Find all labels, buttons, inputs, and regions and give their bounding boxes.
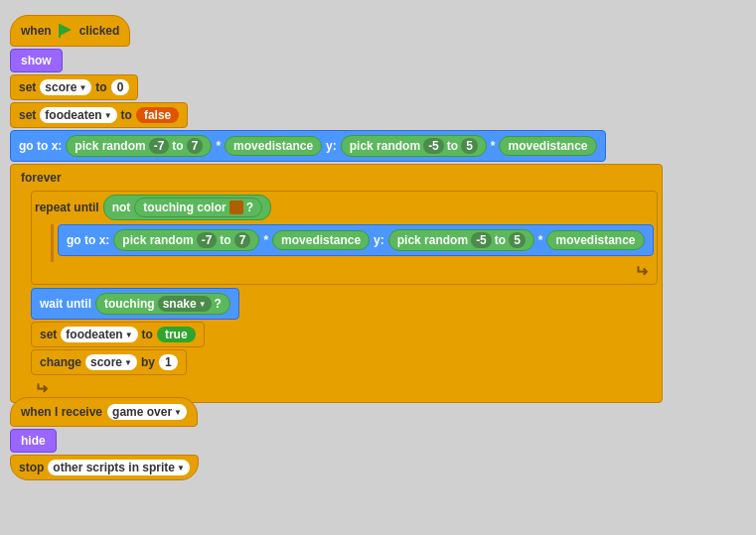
change-by-label: by [141,355,155,369]
goto2-label: go to x: [67,233,109,247]
foodeaten-dropdown[interactable]: foodeaten ▼ [40,107,116,123]
pick-random-block-4: pick random -5 to 5 [388,229,534,251]
goto2-y-label: y: [374,233,384,247]
score-dropdown[interactable]: score ▼ [40,79,91,95]
goto1-label: go to x: [19,139,62,153]
pick-random-block-3: pick random -7 to 7 [113,229,259,251]
to-label: to [95,80,106,94]
touching-snake-block: touching snake ▼ ? [95,293,230,315]
movedist4[interactable]: movedistance [546,230,644,250]
multiply1: * [216,139,221,153]
touching-color-block: touching color ? [134,198,262,217]
repeat-loop-arrow: ↵ [635,262,648,281]
stop-dropdown[interactable]: other scripts in sprite ▼ [48,460,190,475]
repeat-until-label: repeat until [35,201,99,214]
false-value[interactable]: false [136,107,179,123]
movedist1[interactable]: movedistance [225,136,322,156]
not-block: not touching color ? [103,195,271,220]
svg-marker-0 [60,24,72,36]
when-receive-label: when I receive [21,405,102,419]
movedist3[interactable]: movedistance [272,230,370,250]
when-label: when [21,24,52,38]
svg-rect-1 [59,24,61,38]
stop-label: stop [19,461,44,474]
multiply2: * [491,139,496,153]
to3-label: to [142,328,153,341]
score-value[interactable]: 0 [111,79,130,95]
to2-label: to [121,108,132,122]
foodeaten2-dropdown[interactable]: foodeaten ▼ [61,327,137,342]
snake-dropdown[interactable]: snake ▼ [158,296,212,312]
true-value[interactable]: true [157,327,196,342]
set3-label: set [40,328,57,341]
score2-dropdown[interactable]: score ▼ [85,354,137,370]
message-dropdown[interactable]: game over ▼ [107,404,187,420]
pick-random-block-2: pick random -5 to 5 [341,135,487,157]
set1-label: set [19,80,36,94]
movedist2[interactable]: movedistance [499,136,596,156]
change-value[interactable]: 1 [159,354,178,370]
wait-until-label: wait until [40,297,91,311]
flag-icon [57,22,75,40]
color-swatch[interactable] [229,201,243,214]
show-label: show [21,54,52,67]
clicked-label: clicked [79,24,120,38]
pick-random-block-1: pick random -7 to 7 [66,135,212,157]
set2-label: set [19,108,36,122]
hide-label: hide [21,434,46,448]
goto1-y-label: y: [326,139,337,153]
change-label: change [40,355,81,369]
forever-label: forever [21,171,62,185]
forever-loop-arrow: ↵ [35,379,48,398]
